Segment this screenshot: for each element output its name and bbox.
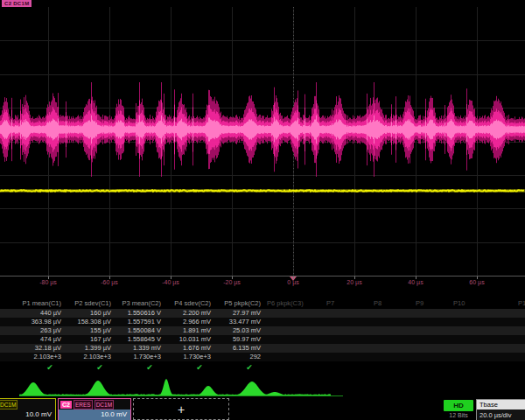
axis-tick-label: -40 µs bbox=[162, 279, 179, 285]
measurement-header[interactable]: P1 mean(C1) bbox=[12, 299, 61, 308]
measurement-cell: 2.103e+3 bbox=[12, 353, 61, 361]
measurement-cell: 155 µV bbox=[62, 326, 111, 335]
measurement-cell: 1.550084 V bbox=[112, 326, 161, 335]
measurement-cell: 6.135 mV bbox=[212, 344, 261, 353]
plus-icon: + bbox=[178, 403, 185, 416]
measurement-cell: 1.557591 V bbox=[112, 318, 161, 326]
hd-bits-label: 12 Bits bbox=[442, 412, 475, 418]
measurement-row: 2.103e+32.103e+31.730e+31.730e+3292 bbox=[0, 353, 525, 361]
measurement-cell: 292 bbox=[212, 353, 261, 361]
measurement-cell: 1.550616 V bbox=[112, 309, 161, 318]
measurement-cell: 2.966 mV bbox=[162, 318, 211, 326]
measurement-cell: 474 µV bbox=[12, 335, 61, 344]
waveform-grid[interactable] bbox=[0, 7, 525, 276]
measurement-cell: 1.891 mV bbox=[162, 326, 211, 335]
status-check-icon: ✔ bbox=[242, 362, 257, 373]
measurement-cell: 2.103e+3 bbox=[62, 353, 111, 361]
trace-annotation-badge: C2 DC1M bbox=[2, 0, 32, 7]
c2-eres-badge: ERES bbox=[74, 400, 93, 410]
measurement-cell: 263 µV bbox=[12, 326, 61, 335]
measurement-row: 474 µV167 µV1.558645 V10.031 mV59.97 mV bbox=[0, 335, 525, 344]
measurement-table: P1 mean(C1)P2 sdev(C1)P3 mean(C2)P4 sdev… bbox=[0, 298, 525, 376]
measurement-cell: 27.97 mV bbox=[212, 309, 261, 318]
c1-coupling-badge: DC1M bbox=[0, 400, 18, 410]
axis-tick-label: -80 µs bbox=[39, 279, 57, 285]
measurement-cell: 160 µV bbox=[62, 309, 111, 318]
measurement-cell: 1.558645 V bbox=[112, 335, 161, 344]
measurement-row: 440 µV160 µV1.550616 V2.200 mV27.97 mV bbox=[0, 309, 525, 318]
measurement-header[interactable]: P3 mean(C2) bbox=[112, 299, 161, 308]
axis-tick-label: -20 µs bbox=[223, 279, 241, 285]
measurement-header[interactable]: P5 pkpk(C2) bbox=[212, 299, 261, 308]
axis-tick-label: 60 µs bbox=[469, 279, 484, 285]
measurement-cell: 1.730e+3 bbox=[112, 353, 161, 361]
measurement-cell: 25.03 mV bbox=[212, 326, 261, 335]
measurement-header[interactable]: P2 sdev(C1) bbox=[62, 299, 111, 308]
measurement-cell: 33.477 mV bbox=[212, 318, 261, 326]
status-check-icon: ✔ bbox=[142, 362, 158, 373]
axis-tick-label: 20 µs bbox=[346, 279, 361, 285]
status-check-icon: ✔ bbox=[192, 362, 207, 373]
c2-scale-value: 10.0 mV bbox=[59, 410, 130, 420]
measurement-cell: 10.031 mV bbox=[162, 335, 211, 344]
measurement-cell: 1.676 mV bbox=[162, 344, 211, 353]
measurement-header-inactive[interactable]: P11 bbox=[518, 299, 525, 308]
oscilloscope-screen: C2 DC1M -100 µs-80 µs-60 µs-40 µs-20 µs0… bbox=[0, 0, 525, 420]
status-check-icon: ✔ bbox=[92, 362, 108, 373]
measurement-row: 363.98 µV158.308 µV1.557591 V2.966 mV33.… bbox=[0, 318, 525, 326]
c1-scale-value: 10.0 mV bbox=[0, 410, 55, 420]
measurement-cell: 1.730e+3 bbox=[162, 353, 211, 361]
measurement-cell: 59.97 mV bbox=[212, 335, 261, 344]
measurement-cell: 167 µV bbox=[62, 335, 111, 344]
histogram-trace bbox=[0, 375, 525, 398]
channel-descriptor-c1[interactable]: C1 DC1M 10.0 mV bbox=[0, 398, 56, 420]
axis-tick-label: 0 µs bbox=[287, 279, 298, 285]
measurement-header-inactive[interactable]: P7 bbox=[326, 299, 379, 308]
measurement-header-inactive[interactable]: P6 pkpk(C3) bbox=[267, 299, 319, 308]
measurement-row: 32.18 µV1.399 µV1.339 mV1.676 mV6.135 mV bbox=[0, 344, 525, 353]
measurement-cell: 2.200 mV bbox=[162, 309, 211, 318]
channel-descriptor-c2[interactable]: C2 ERES DC1M 10.0 mV bbox=[58, 398, 131, 420]
measurement-header[interactable]: P4 sdev(C2) bbox=[162, 299, 211, 308]
c2-channel-badge: C2 bbox=[60, 401, 72, 409]
time-axis: -100 µs-80 µs-60 µs-40 µs-20 µs0 µs20 µs… bbox=[0, 276, 525, 290]
measurement-cell: 158.308 µV bbox=[62, 318, 111, 326]
measurement-row: 263 µV155 µV1.550084 V1.891 mV25.03 mV bbox=[0, 326, 525, 335]
hd-mode-badge[interactable]: HD bbox=[444, 400, 473, 411]
timebase-value: 20.0 µs/div bbox=[477, 410, 525, 420]
add-trace-button[interactable]: + bbox=[133, 398, 229, 420]
measurement-cell: 1.339 mV bbox=[112, 344, 161, 353]
status-check-icon: ✔ bbox=[42, 362, 58, 373]
measurement-header-inactive[interactable]: P10 bbox=[453, 299, 506, 308]
axis-tick-label: 40 µs bbox=[408, 279, 423, 285]
c2-coupling-badge: DC1M bbox=[94, 400, 114, 410]
timebase-label: Tbase bbox=[477, 400, 525, 410]
timebase-descriptor[interactable]: Tbase 20.0 µs/div bbox=[476, 399, 525, 420]
measurement-cell: 440 µV bbox=[12, 309, 61, 318]
measurement-cell: 363.98 µV bbox=[12, 318, 61, 326]
measurement-cell: 1.399 µV bbox=[62, 344, 111, 353]
measurement-cell: 32.18 µV bbox=[12, 344, 61, 353]
axis-tick-label: -60 µs bbox=[101, 279, 118, 285]
